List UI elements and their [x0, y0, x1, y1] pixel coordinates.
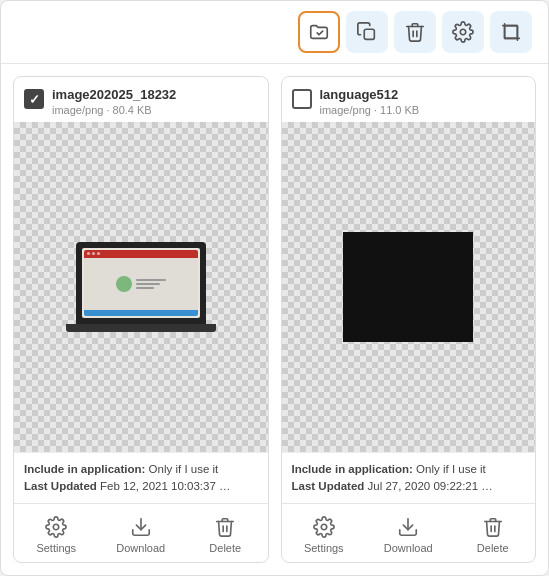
- trash-icon: [404, 21, 426, 43]
- card-1-preview: [14, 122, 268, 452]
- card-1-settings-button[interactable]: Settings: [14, 512, 99, 558]
- card-1-info-line-1: Include in application: Only if I use it: [24, 461, 258, 478]
- card-2-info-value-1: Only if I use it: [413, 463, 486, 475]
- copy-tool-button[interactable]: [346, 11, 388, 53]
- folder-icon: [308, 21, 330, 43]
- card-2-header: language512 image/png · 11.0 KB: [282, 77, 536, 122]
- card-2-info-line-1: Include in application: Only if I use it: [292, 461, 526, 478]
- card-1-subtitle: image/png · 80.4 KB: [52, 104, 176, 116]
- card-1-title-block: image202025_18232 image/png · 80.4 KB: [52, 87, 176, 116]
- settings-icon: [45, 516, 67, 538]
- card-2-preview: [282, 122, 536, 452]
- black-square-image: [343, 232, 473, 342]
- main-container: image202025_18232 image/png · 80.4 KB: [0, 0, 549, 576]
- cards-area: image202025_18232 image/png · 80.4 KB: [1, 64, 548, 575]
- card-2-footer: Settings Download: [282, 503, 536, 562]
- svg-point-3: [54, 524, 60, 530]
- laptop-body: [84, 258, 198, 310]
- laptop-avatar: [116, 276, 132, 292]
- card-1-info-value-2: Feb 12, 2021 10:03:37 …: [97, 480, 231, 492]
- card-2-info-line-2: Last Updated Jul 27, 2020 09:22:21 …: [292, 478, 526, 495]
- download-icon: [397, 516, 419, 538]
- card-1-delete-label: Delete: [209, 542, 241, 554]
- card-1-settings-label: Settings: [36, 542, 76, 554]
- card-1-download-button[interactable]: Download: [99, 512, 184, 558]
- card-1-checkbox[interactable]: [24, 89, 44, 109]
- gear-icon: [452, 21, 474, 43]
- laptop-line: [136, 287, 154, 289]
- trash-tool-button[interactable]: [394, 11, 436, 53]
- card-1-info-value-1: Only if I use it: [145, 463, 218, 475]
- topbar-dot: [97, 252, 100, 255]
- card-2-info: Include in application: Only if I use it…: [282, 452, 536, 504]
- card-1-image: [76, 242, 206, 332]
- copy-icon: [356, 21, 378, 43]
- laptop-lines: [136, 279, 166, 289]
- trash-icon: [214, 516, 236, 538]
- card-1-title: image202025_18232: [52, 87, 176, 102]
- card-1-info-line-2: Last Updated Feb 12, 2021 10:03:37 …: [24, 478, 258, 495]
- card-2: language512 image/png · 11.0 KB Include …: [281, 76, 537, 563]
- topbar-dot: [87, 252, 90, 255]
- laptop-topbar: [84, 250, 198, 258]
- laptop-screen: [84, 250, 198, 316]
- folder-tool-button[interactable]: [298, 11, 340, 53]
- settings-icon: [313, 516, 335, 538]
- svg-rect-0: [364, 29, 374, 39]
- svg-rect-2: [505, 26, 518, 39]
- card-2-title: language512: [320, 87, 420, 102]
- trash-icon: [482, 516, 504, 538]
- card-2-delete-button[interactable]: Delete: [451, 512, 536, 558]
- card-2-info-label-2: Last Updated: [292, 480, 365, 492]
- laptop-bottom-bar: [84, 310, 198, 316]
- card-2-title-block: language512 image/png · 11.0 KB: [320, 87, 420, 116]
- card-2-info-value-2: Jul 27, 2020 09:22:21 …: [364, 480, 493, 492]
- crop-icon: [500, 21, 522, 43]
- laptop-line: [136, 279, 166, 281]
- laptop-line: [136, 283, 160, 285]
- settings-tool-button[interactable]: [442, 11, 484, 53]
- card-1-info-label-2: Last Updated: [24, 480, 97, 492]
- laptop-image: [76, 242, 206, 332]
- card-2-info-label-1: Include in application:: [292, 463, 413, 475]
- svg-point-5: [321, 524, 327, 530]
- download-icon: [130, 516, 152, 538]
- topbar-dot: [92, 252, 95, 255]
- card-2-checkbox[interactable]: [292, 89, 312, 109]
- svg-point-1: [460, 29, 466, 35]
- card-1-info-label-1: Include in application:: [24, 463, 145, 475]
- card-1-header: image202025_18232 image/png · 80.4 KB: [14, 77, 268, 122]
- card-2-delete-label: Delete: [477, 542, 509, 554]
- card-1-footer: Settings Download: [14, 503, 268, 562]
- card-1-download-label: Download: [116, 542, 165, 554]
- card-1: image202025_18232 image/png · 80.4 KB: [13, 76, 269, 563]
- card-1-info: Include in application: Only if I use it…: [14, 452, 268, 504]
- crop-tool-button[interactable]: [490, 11, 532, 53]
- card-2-settings-button[interactable]: Settings: [282, 512, 367, 558]
- toolbar: [1, 1, 548, 64]
- card-2-download-button[interactable]: Download: [366, 512, 451, 558]
- card-2-subtitle: image/png · 11.0 KB: [320, 104, 420, 116]
- card-1-delete-button[interactable]: Delete: [183, 512, 268, 558]
- card-2-download-label: Download: [384, 542, 433, 554]
- card-2-settings-label: Settings: [304, 542, 344, 554]
